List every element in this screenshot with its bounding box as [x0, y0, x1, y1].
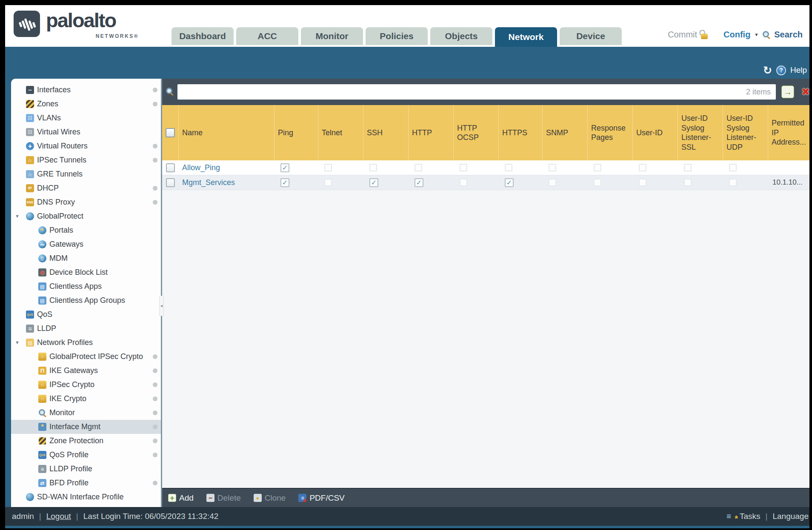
column-header-user_id[interactable]: User-ID — [633, 105, 678, 160]
column-header-ssh[interactable]: SSH — [363, 105, 409, 160]
sidebar-item-qos[interactable]: QoSQoS — [11, 308, 161, 322]
status-dot — [153, 354, 157, 359]
column-header-uid_udp[interactable]: User-ID Syslog Listener-UDP — [723, 105, 768, 160]
status-dot — [153, 410, 157, 415]
status-dot — [153, 368, 157, 373]
search-button[interactable]: Search — [774, 30, 803, 40]
sidebar-item-sd-wan-interface-profile[interactable]: SD-WAN Interface Profile — [11, 490, 161, 504]
sidebar-item-gre-tunnels[interactable]: ∩GRE Tunnels — [11, 167, 161, 181]
zone-protection-icon — [38, 437, 46, 445]
tab-objects[interactable]: Objects — [430, 27, 492, 45]
tasks-button[interactable]: Tasks — [740, 512, 761, 521]
filter-input[interactable] — [177, 84, 776, 100]
column-header-https[interactable]: HTTPS — [499, 105, 543, 160]
column-header-http[interactable]: HTTP — [409, 105, 454, 160]
sidebar-item-dns-proxy[interactable]: DNSDNS Proxy — [11, 195, 161, 209]
column-header-uid_ssl[interactable]: User-ID Syslog Listener-SSL — [678, 105, 723, 160]
refresh-icon[interactable]: ↻ — [763, 65, 772, 75]
apply-filter-button[interactable]: → — [781, 85, 794, 98]
sidebar-item-monitor[interactable]: Monitor — [11, 406, 161, 420]
add-button[interactable]: +Add — [168, 493, 194, 503]
username: admin — [12, 512, 34, 521]
unchecked-box — [729, 164, 737, 171]
column-header-telnet[interactable]: Telnet — [318, 105, 363, 160]
column-header-label: User-ID Syslog Listener-UDP — [726, 114, 764, 152]
sidebar-item-zone-protection[interactable]: Zone Protection — [11, 434, 161, 448]
tab-device[interactable]: Device — [560, 27, 622, 45]
sidebar-item-label: GlobalProtect — [37, 212, 83, 221]
sidebar-item-lldp[interactable]: ≡LLDP — [11, 322, 161, 336]
column-header-response_pages[interactable]: Response Pages — [588, 105, 633, 160]
tab-policies[interactable]: Policies — [366, 27, 428, 45]
tab-monitor[interactable]: Monitor — [301, 27, 363, 45]
column-header-http_ocsp[interactable]: HTTP OCSP — [454, 105, 499, 160]
sidebar-item-globalprotect[interactable]: ▼GlobalProtect — [11, 209, 161, 223]
column-header-label: Response Pages — [591, 123, 629, 142]
sidebar-item-interfaces[interactable]: ▪▪▪Interfaces — [11, 83, 161, 97]
help-icon[interactable]: ? — [776, 66, 786, 75]
sidebar-item-network-profiles[interactable]: ▼▤Network Profiles — [11, 336, 161, 350]
profile-name-link[interactable]: Allow_Ping — [182, 163, 220, 172]
ipsec-tunnels-icon: ∩ — [26, 156, 34, 164]
permitted-ip-cell: 10.1.10... — [768, 175, 809, 190]
logout-link[interactable]: Logout — [46, 512, 71, 521]
column-header-snmp[interactable]: SNMP — [543, 105, 588, 160]
filter-bar: 2 items → ✖ — [162, 79, 809, 105]
action-label: Add — [179, 493, 194, 503]
sidebar-item-portals[interactable]: *Portals — [11, 223, 161, 237]
sidebar-item-interface-mgmt[interactable]: *Interface Mgmt — [11, 420, 161, 434]
sidebar-collapse-handle[interactable]: ◄ — [159, 296, 164, 316]
filter-search-icon — [166, 87, 174, 95]
sidebar-item-ipsec-tunnels[interactable]: ∩IPSec Tunnels — [11, 153, 161, 167]
expander-icon[interactable]: ▼ — [15, 214, 20, 219]
sidebar-item-globalprotect-ipsec-crypto[interactable]: ∩GlobalProtect IPSec Crypto — [11, 350, 161, 364]
sidebar-item-dhcp[interactable]: IPDHCP — [11, 181, 161, 195]
sidebar-item-clientless-app-groups[interactable]: ▤Clientless App Groups — [11, 293, 161, 308]
virtual-routers-icon: + — [26, 142, 34, 150]
sidebar-item-label: IKE Crypto — [49, 394, 86, 403]
expander-icon[interactable]: ▼ — [15, 340, 20, 345]
tab-dashboard[interactable]: Dashboard — [172, 27, 234, 45]
clone-button[interactable]: ●Clone — [254, 493, 286, 503]
select-all-checkbox[interactable] — [166, 128, 175, 137]
lock-icon: ∩ — [38, 381, 46, 389]
sidebar-item-bfd-profile[interactable]: ⇄BFD Profile — [11, 476, 161, 490]
sidebar-item-label: Interfaces — [37, 85, 71, 94]
pdf-csv-button[interactable]: ≡PDF/CSV — [298, 493, 344, 503]
sidebar-item-clientless-apps[interactable]: ▤Clientless Apps — [11, 279, 161, 293]
help-label[interactable]: Help — [790, 66, 807, 75]
tasks-icon: ≡ — [726, 512, 737, 521]
sidebar-item-lldp-profile[interactable]: ≡LLDP Profile — [11, 462, 161, 476]
cell-http: ✓ — [409, 175, 454, 190]
column-header-permitted[interactable]: Permitted IP Address... — [768, 105, 809, 160]
config-button[interactable]: Config — [723, 30, 750, 40]
sidebar-item-qos-profile[interactable]: QoSQoS Profile — [11, 448, 161, 462]
commit-button[interactable]: Commit — [668, 30, 697, 40]
row-checkbox[interactable] — [166, 163, 175, 172]
row-checkbox[interactable] — [166, 178, 175, 187]
chevron-down-icon[interactable]: ▼ — [754, 32, 758, 37]
language-button[interactable]: Language — [772, 512, 809, 521]
sidebar-item-mdm[interactable]: ▯MDM — [11, 251, 161, 265]
column-header-name[interactable]: Name — [179, 105, 274, 160]
clear-filter-button[interactable]: ✖ — [799, 85, 812, 98]
tab-acc[interactable]: ACC — [236, 27, 298, 45]
lock-icon[interactable] — [701, 34, 708, 39]
sidebar-item-gateways[interactable]: ▬Gateways — [11, 237, 161, 251]
sidebar-item-label: QoS — [37, 310, 52, 319]
sidebar-item-ike-crypto[interactable]: ∩IKE Crypto — [11, 392, 161, 406]
sidebar-item-zones[interactable]: Zones — [11, 97, 161, 111]
pdf-csv-icon: ≡ — [298, 494, 306, 502]
delete-button[interactable]: −Delete — [206, 493, 241, 503]
sidebar-item-vlans[interactable]: ∷VLANs — [11, 111, 161, 125]
sidebar-item-ipsec-crypto[interactable]: ∩IPSec Crypto — [11, 378, 161, 392]
tab-network[interactable]: Network — [495, 27, 557, 47]
profile-name-link[interactable]: Mgmt_Services — [182, 178, 235, 187]
sidebar-item-virtual-wires[interactable]: ∷Virtual Wires — [11, 125, 161, 139]
column-header-ping[interactable]: Ping — [274, 105, 318, 160]
sidebar-item-virtual-routers[interactable]: +Virtual Routers — [11, 139, 161, 153]
sidebar-item-label: IPSec Tunnels — [37, 156, 86, 165]
sidebar-item-ike-gateways[interactable]: ΠIKE Gateways — [11, 364, 161, 378]
action-label: PDF/CSV — [309, 493, 344, 503]
sidebar-item-device-block-list[interactable]: ⊘Device Block List — [11, 265, 161, 279]
